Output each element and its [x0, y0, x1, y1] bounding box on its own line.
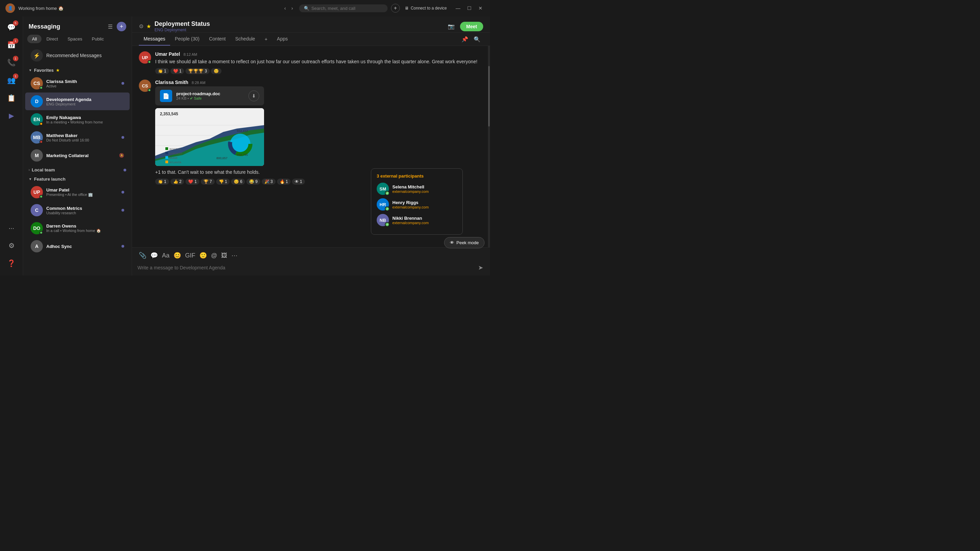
tab-content[interactable]: Content [204, 33, 231, 46]
back-button[interactable]: ‹ [282, 4, 288, 12]
reaction[interactable]: 👁1 [292, 179, 305, 185]
chat-info: Matthew Baker Do Not Disturb until 16:00 [46, 133, 119, 142]
send-button[interactable]: ➤ [477, 263, 485, 273]
chat-status: Do Not Disturb until 16:00 [46, 138, 119, 142]
nav-item-calendar[interactable]: 📅 1 [3, 37, 20, 53]
scrollbar[interactable] [488, 46, 490, 247]
meet-button[interactable]: Meet [460, 22, 483, 31]
mention-button[interactable]: @ [210, 250, 218, 260]
maximize-button[interactable]: ☐ [465, 5, 474, 11]
unread-badge [121, 82, 124, 85]
add-button[interactable]: + [391, 4, 400, 13]
peek-mode-button[interactable]: 👁 Peek mode [444, 237, 485, 248]
more-tools-button[interactable]: ⋯ [230, 250, 239, 260]
ext-name: Henry Riggs [392, 200, 429, 205]
nav-item-chat[interactable]: 💬 5 [3, 19, 20, 35]
reaction[interactable]: 👏1 [155, 179, 169, 185]
nav-item-settings[interactable]: ⚙ [3, 237, 20, 254]
nav-item-more[interactable]: ··· [3, 220, 20, 236]
close-button[interactable]: ✕ [476, 5, 485, 11]
list-item[interactable]: CS Clarissa Smith Active [25, 75, 130, 92]
nav-item-people[interactable]: 👥 1 [3, 72, 20, 89]
list-item[interactable]: M Marketing Collateral 🔕 [25, 147, 130, 164]
message-meta: Umar Patel 8:12 AM [155, 51, 481, 57]
gif-button[interactable]: GIF [184, 250, 197, 260]
tab-apps[interactable]: Apps [272, 33, 293, 46]
tab-messages[interactable]: Messages [139, 33, 170, 46]
settings-icon[interactable]: ⚙ [139, 23, 143, 30]
format-button[interactable]: Aa [161, 250, 171, 260]
chat-status: In a meeting • Working from home [46, 120, 124, 124]
channel-subtitle[interactable]: ENG Deployment [154, 27, 446, 32]
reaction[interactable]: ❤️1 [185, 179, 199, 185]
search-messages-button[interactable]: 🔍 [471, 35, 483, 44]
reaction[interactable]: 😂9 [247, 179, 260, 185]
muted-icon: 🔕 [119, 153, 124, 158]
screenshot-button[interactable]: 📷 [446, 22, 457, 31]
scroll-thumb[interactable] [488, 66, 490, 127]
star-icon[interactable]: ★ [146, 23, 151, 30]
reaction[interactable]: 👍2 [170, 179, 185, 185]
tab-public[interactable]: Public [87, 35, 108, 43]
tab-spaces[interactable]: Spaces [63, 35, 87, 43]
tab-people[interactable]: People (30) [170, 33, 204, 46]
reaction[interactable]: 👏1 [155, 68, 169, 74]
favorites-section[interactable]: ▼ Favorites ★ [23, 65, 132, 74]
calendar-badge: 1 [13, 38, 18, 43]
tab-direct[interactable]: Direct [41, 35, 63, 43]
pin-button[interactable]: 📌 [459, 35, 471, 44]
feature-launch-section[interactable]: ▼ Feature launch [23, 174, 132, 183]
nav-item-help[interactable]: ❓ [3, 255, 20, 272]
chart-svg: 654,412 654,745 800,657 BOSTON CHICAGO M… [155, 108, 264, 166]
reaction[interactable]: ❤️1 [170, 68, 185, 74]
tab-all[interactable]: All [27, 35, 41, 43]
local-team-section[interactable]: › Local team [23, 165, 132, 174]
chat-name: Adhoc Sync [46, 244, 119, 249]
search-bar[interactable]: 🔍 [299, 5, 388, 12]
main-tabs: Messages People (30) Content Schedule + … [132, 33, 490, 46]
sidebar-compose-button[interactable]: + [117, 22, 126, 31]
tab-add[interactable]: + [260, 33, 272, 45]
list-item[interactable]: C Common Metrics Usability research [25, 202, 130, 219]
list-item[interactable]: EN Emily Nakagawa In a meeting • Working… [25, 111, 130, 128]
chat-info: Umar Patel Presenting • At the office 🏢 [46, 187, 119, 197]
list-item[interactable]: DO Darren Owens In a call • Working from… [25, 219, 130, 237]
nav-item-activity[interactable]: ▶ [3, 108, 20, 124]
forward-button[interactable]: › [289, 4, 295, 12]
emoji-button[interactable]: 😊 [172, 250, 182, 260]
list-item[interactable]: MB Matthew Baker Do Not Disturb until 16… [25, 129, 130, 146]
reaction[interactable]: 🏆🏆🏆3 [185, 68, 210, 74]
quote-button[interactable]: 💬 [149, 250, 159, 260]
sidebar-filter-button[interactable]: ☰ [107, 22, 114, 31]
chat-info: Marketing Collateral [46, 153, 117, 158]
reaction[interactable]: 🔥1 [277, 179, 291, 185]
input-field-row: ➤ [137, 263, 485, 273]
search-input[interactable] [311, 6, 379, 11]
download-button[interactable]: ⬇ [248, 91, 259, 102]
input-bar: 📎 💬 Aa 😊 GIF 🙂 @ 🖼 ⋯ ➤ [132, 247, 490, 275]
reaction[interactable]: 😊6 [231, 179, 245, 185]
nav-item-calls[interactable]: 📞 1 [3, 54, 20, 71]
channel-info: Deployment Status ENG Deployment [154, 21, 446, 32]
reaction[interactable]: 😊 [211, 68, 221, 74]
ext-company: externalcompany.com [392, 205, 429, 209]
list-item[interactable]: UP Umar Patel Presenting • At the office… [25, 183, 130, 201]
reaction[interactable]: 👎1 [216, 179, 230, 185]
tab-schedule[interactable]: Schedule [231, 33, 259, 46]
list-item[interactable]: A Adhoc Sync [25, 237, 130, 255]
sticker-button[interactable]: 🙂 [198, 250, 208, 260]
user-avatar[interactable]: 👤 [5, 3, 15, 13]
image-button[interactable]: 🖼 [220, 250, 229, 260]
minimize-button[interactable]: — [453, 5, 463, 11]
reaction[interactable]: 🎉3 [262, 179, 275, 185]
avatar: CS [139, 79, 151, 92]
reaction[interactable]: 🏆7 [201, 179, 215, 185]
message-input[interactable] [137, 265, 473, 270]
connect-device[interactable]: 🖥 Connect to a device [404, 6, 447, 11]
list-item[interactable]: D Development Agenda ENG Deployment [25, 92, 130, 110]
attach-button[interactable]: 📎 [137, 250, 148, 260]
ext-info: Henry Riggs externalcompany.com [392, 200, 429, 209]
nav-item-contacts[interactable]: 📋 [3, 90, 20, 106]
avatar: C [30, 204, 43, 216]
recommended-messages[interactable]: ⚡ Recommended Messages [25, 46, 130, 65]
